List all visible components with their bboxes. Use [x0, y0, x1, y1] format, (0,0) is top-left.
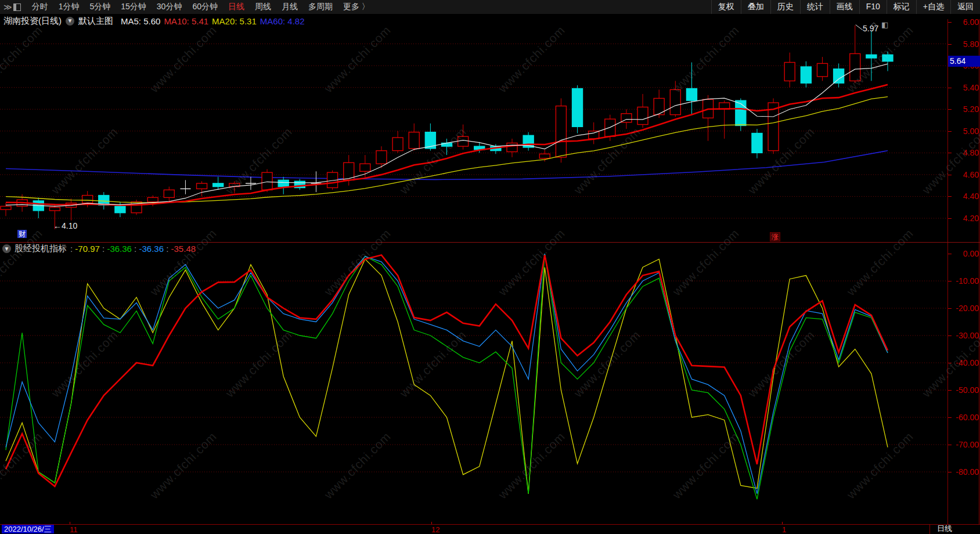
axis-tick [948, 44, 952, 45]
axis-tick [948, 254, 952, 254]
last-price-tag: 5.64 [948, 56, 980, 67]
indicator-value-2: -36.36 [139, 244, 164, 254]
menu-period-5[interactable]: 60分钟 [187, 1, 223, 13]
candle-body [1, 206, 11, 210]
collapse-panel-icon[interactable]: ≫ [3, 2, 21, 12]
menu-period-0[interactable]: 分时 [27, 1, 53, 13]
price-axis-label: 5.00 [949, 127, 979, 136]
toolbar-button-7[interactable]: +自选 [916, 0, 950, 14]
candle-body [197, 183, 207, 189]
candle-body [539, 154, 550, 158]
ma-readout-1: MA10: 5.41 [164, 16, 208, 26]
period-indicator: 日线 [929, 524, 979, 534]
trading-app-window: www.cfchi.comwww.cfchi.comwww.cfchi.comw… [0, 0, 980, 534]
axis-tick [948, 308, 952, 309]
candle-body [360, 164, 370, 171]
panel-separator [0, 242, 980, 243]
candle-body [752, 134, 762, 153]
candle-body [556, 106, 566, 157]
toolbar-button-2[interactable]: 历史 [770, 0, 800, 14]
outer-frame-line [979, 19, 979, 524]
indicator-axis-label: -30.00 [949, 331, 979, 340]
candle-body [262, 172, 272, 190]
candle-body [115, 206, 125, 212]
toolbar-button-8[interactable]: 返回 [950, 0, 980, 14]
menu-period-1[interactable]: 1分钟 [53, 1, 85, 13]
indicator-axis-label: -40.00 [949, 358, 979, 367]
candle-body [817, 63, 827, 77]
price-axis-label: 4.20 [949, 214, 979, 223]
axis-tick [948, 363, 952, 363]
price-axis-label: 4.40 [949, 192, 979, 201]
candle-body [801, 67, 811, 83]
price-axis-label: 5.80 [949, 39, 979, 49]
month-tick [70, 522, 70, 524]
ma-readout-0: MA5: 5.60 [121, 16, 160, 26]
candle-body [736, 100, 746, 125]
candle-body [376, 151, 387, 164]
menu-period-9[interactable]: 多周期 [303, 1, 338, 13]
candle-body [213, 183, 224, 187]
finance-event-badge[interactable]: 财 [17, 230, 27, 238]
menu-period-3[interactable]: 15分钟 [116, 1, 152, 13]
ma-readout-3: MA60: 4.82 [260, 16, 305, 26]
menu-period-8[interactable]: 月线 [276, 1, 303, 13]
toolbar-button-3[interactable]: 统计 [800, 0, 830, 14]
toolbar-button-1[interactable]: 叠加 [741, 0, 770, 14]
candle-body [147, 197, 158, 202]
axis-tick [948, 281, 952, 282]
month-tick [782, 522, 783, 524]
chevron-down-icon[interactable]: ▼ [66, 17, 74, 26]
month-tick [431, 522, 432, 524]
candle-body [850, 53, 860, 81]
candle-body [670, 89, 680, 114]
period-menu: 分时1分钟5分钟15分钟30分钟60分钟日线周线月线多周期更多 〉 [27, 1, 375, 13]
top-menu-bar: ≫ 分时1分钟5分钟15分钟30分钟60分钟日线周线月线多周期更多 〉 复权叠加… [0, 0, 980, 15]
candle-body [686, 89, 697, 101]
toolbar-button-4[interactable]: 画线 [830, 0, 859, 14]
toolbar-button-0[interactable]: 复权 [711, 0, 741, 14]
axis-tick [948, 218, 952, 219]
candle-body [572, 89, 583, 127]
indicator-line-red [6, 255, 888, 486]
indicator-axis-label: -60.00 [949, 413, 979, 422]
candle-body [507, 143, 517, 151]
price-axis-label: 6.00 [949, 17, 979, 27]
candle-body [392, 138, 403, 151]
limit-up-badge[interactable]: 涨 [770, 232, 780, 241]
price-axis-label: 5.20 [949, 104, 979, 114]
menu-period-4[interactable]: 30分钟 [152, 1, 188, 13]
axis-tick [948, 335, 952, 336]
axis-frame-line [947, 19, 948, 524]
menu-period-2[interactable]: 5分钟 [84, 1, 116, 13]
month-label: 12 [431, 525, 439, 534]
candle-body [605, 119, 615, 136]
candle-body [458, 136, 469, 146]
indicator-axis-label: -70.00 [949, 440, 979, 449]
overlay-selector[interactable]: 默认主图 [78, 16, 113, 27]
axis-tick [948, 22, 952, 23]
diamond-marker-icon[interactable]: ◇ [871, 20, 877, 29]
candle-body [164, 190, 174, 197]
indicator-axis-label: -50.00 [949, 385, 979, 395]
indicator-chart[interactable] [0, 244, 947, 524]
menu-period-7[interactable]: 周线 [250, 1, 276, 13]
chevron-down-icon[interactable]: ▼ [2, 244, 11, 253]
axis-tick [948, 131, 952, 132]
main-candlestick-chart[interactable] [0, 19, 947, 242]
candle-body [866, 55, 877, 58]
month-label: 11 [70, 525, 78, 534]
menu-period-6[interactable]: 日线 [223, 1, 250, 13]
price-axis-label: 5.40 [949, 83, 979, 92]
indicator-value-3: -35.48 [171, 244, 196, 254]
split-panel-icon[interactable]: ◧ [881, 20, 888, 29]
toolbar-button-5[interactable]: F10 [859, 0, 887, 14]
indicator-axis-label: -80.00 [949, 467, 979, 477]
menu-period-10[interactable]: 更多 〉 [338, 1, 375, 13]
indicator-axis-label: 0.00 [949, 249, 979, 258]
candle-body [834, 69, 844, 83]
price-axis-label: 4.60 [949, 170, 979, 179]
toolbar-button-6[interactable]: 标记 [887, 0, 916, 14]
low-price-annotation: ←4.10 [53, 221, 77, 230]
indicator-axis-label: -20.00 [949, 304, 979, 313]
